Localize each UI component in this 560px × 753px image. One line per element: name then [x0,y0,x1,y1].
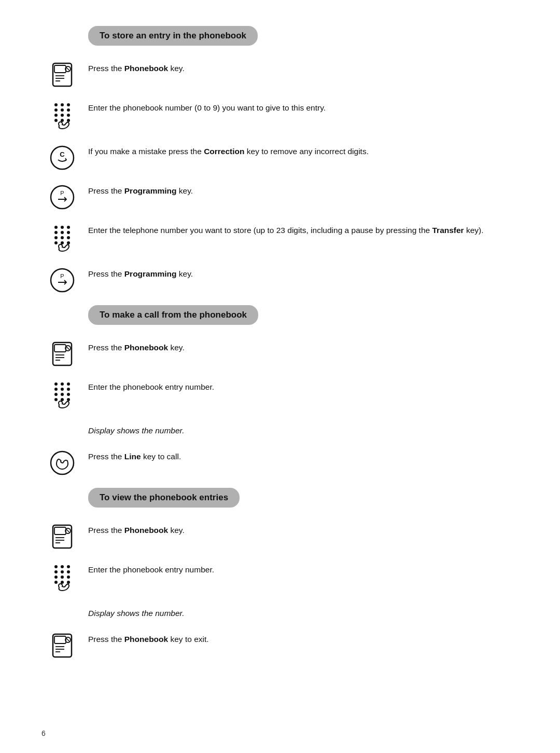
step-store-6-text: Press the Programming key. [83,266,519,280]
svg-point-9 [67,103,70,106]
no-icon-2 [41,605,83,606]
svg-point-45 [61,382,64,386]
page-number: 6 [41,729,46,737]
step-store-4: P Press the Programming key. [41,183,519,211]
step-store-5: Enter the telephone number you want to s… [41,222,519,254]
svg-point-34 [67,241,70,244]
step-call-3-text: Press the Line key to call. [83,448,519,463]
svg-point-21 [51,186,74,209]
svg-point-48 [61,388,64,391]
svg-point-30 [61,236,64,239]
svg-point-13 [54,114,58,117]
step-store-2: Enter the phonebook number (0 to 9) you … [41,100,519,132]
step-call-1-text: Press the Phonebook key. [83,339,519,354]
phonebook-icon-3 [41,522,83,550]
svg-point-11 [61,108,64,112]
step-store-3-text: If you make a mistake press the Correcti… [83,143,519,158]
svg-point-8 [61,103,64,106]
svg-point-35 [51,269,74,292]
svg-point-27 [61,231,64,234]
svg-point-31 [67,236,70,239]
page: To store an entry in the phonebook Press… [0,0,560,702]
svg-point-71 [61,576,64,579]
svg-point-32 [54,241,58,244]
svg-point-29 [54,236,58,239]
svg-point-70 [54,576,58,579]
svg-text:C: C [60,150,65,158]
svg-point-15 [67,114,70,117]
svg-point-44 [54,382,58,386]
line-icon [41,448,83,476]
step-view-2-text: Enter the phonebook entry number. [83,562,519,576]
step-call-3: Press the Line key to call. [41,448,519,476]
svg-point-73 [54,581,58,584]
step-call-2: Enter the phonebook entry number. [41,379,519,411]
svg-point-52 [67,393,70,396]
svg-point-16 [54,119,58,122]
programming-icon-1: P [41,183,83,211]
svg-point-64 [54,565,58,568]
svg-point-14 [61,114,64,117]
section-header-store: To store an entry in the phonebook [88,26,258,46]
phonebook-icon-2 [41,339,83,367]
svg-line-40 [66,347,69,350]
svg-rect-58 [54,527,66,535]
svg-point-50 [54,393,58,396]
section-store-entry: To store an entry in the phonebook Press… [41,26,519,294]
svg-point-23 [54,226,58,229]
svg-point-75 [67,581,70,584]
svg-point-47 [54,388,58,391]
svg-point-7 [54,103,58,106]
step-store-1-text: Press the Phonebook key. [83,60,519,75]
svg-point-72 [67,576,70,579]
svg-point-12 [67,108,70,112]
svg-rect-77 [54,636,66,644]
step-store-1: Press the Phonebook key. [41,60,519,88]
svg-point-69 [67,570,70,573]
svg-point-28 [67,231,70,234]
step-store-6: P Press the Programming key. [41,266,519,294]
phonebook-icon-1 [41,60,83,88]
svg-point-24 [61,226,64,229]
svg-rect-1 [54,65,66,73]
keypad-icon-3 [41,379,83,411]
section-header-view: To view the phonebook entries [88,488,240,508]
section-view-entries: To view the phonebook entries Press the … [41,488,519,659]
svg-text:P: P [60,273,64,279]
step-store-3: C If you make a mistake press the Correc… [41,143,519,171]
step-view-display: Display shows the number. [41,605,519,620]
svg-point-51 [61,393,64,396]
keypad-icon-2 [41,222,83,254]
svg-text:P: P [60,190,64,196]
svg-point-67 [54,570,58,573]
svg-line-79 [66,638,69,641]
step-call-display-text: Display shows the number. [83,422,519,437]
section-make-call: To make a call from the phonebook Press … [41,305,519,476]
phonebook-icon-4 [41,631,83,659]
step-store-2-text: Enter the phonebook number (0 to 9) you … [83,100,519,114]
step-call-2-text: Enter the phonebook entry number. [83,379,519,393]
step-view-2: Enter the phonebook entry number. [41,562,519,594]
programming-icon-2: P [41,266,83,294]
step-view-1-text: Press the Phonebook key. [83,522,519,537]
svg-point-49 [67,388,70,391]
step-view-3-text: Press the Phonebook key to exit. [83,631,519,646]
svg-point-25 [67,226,70,229]
svg-rect-38 [54,345,66,352]
svg-line-3 [66,67,69,71]
step-view-1: Press the Phonebook key. [41,522,519,550]
step-call-display: Display shows the number. [41,422,519,437]
svg-point-55 [67,398,70,401]
section-header-call: To make a call from the phonebook [88,305,258,325]
svg-point-68 [61,570,64,573]
step-call-1: Press the Phonebook key. [41,339,519,367]
keypad-icon-4 [41,562,83,594]
svg-point-66 [67,565,70,568]
svg-point-46 [67,382,70,386]
step-store-5-text: Enter the telephone number you want to s… [83,222,519,237]
svg-point-18 [67,119,70,122]
step-view-display-text: Display shows the number. [83,605,519,620]
correction-icon: C [41,143,83,171]
step-store-4-text: Press the Programming key. [83,183,519,197]
svg-point-65 [61,565,64,568]
